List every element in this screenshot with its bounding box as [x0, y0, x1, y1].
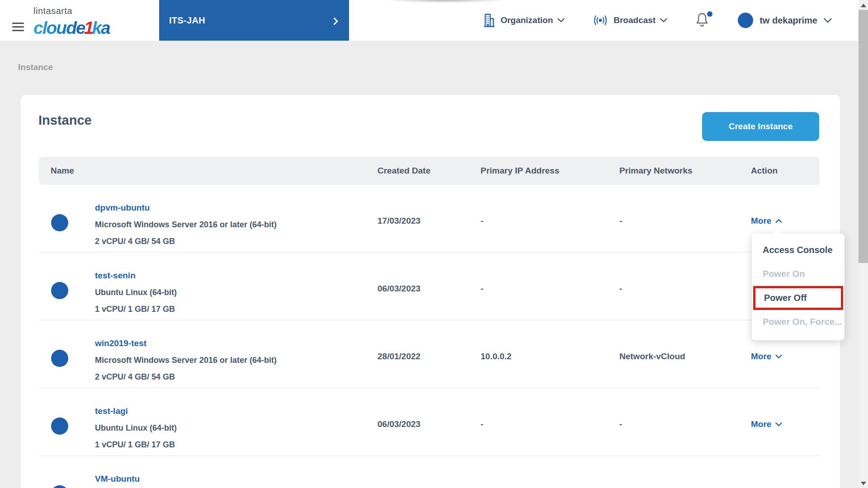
- broadcast-icon: [592, 14, 609, 27]
- vm-status-dot: [51, 418, 68, 435]
- chevron-down-icon: [660, 18, 667, 23]
- vm-specs-label: 1 vCPU/ 1 GB/ 17 GB: [95, 301, 177, 318]
- vm-specs-label: 2 vCPU/ 4 GB/ 54 GB: [95, 369, 277, 385]
- vm-status-dot: [51, 282, 68, 299]
- chevron-down-icon: [824, 18, 832, 23]
- broadcast-dropdown[interactable]: Broadcast: [592, 14, 667, 27]
- vm-name-link[interactable]: dpvm-ubuntu: [95, 199, 150, 216]
- top-header: lintasarta cloude1ka ITS-JAH Organizatio…: [0, 0, 868, 41]
- user-menu[interactable]: tw dekaprime: [738, 13, 832, 28]
- primary-network-cell: -: [619, 282, 622, 295]
- vm-os-label: Ubuntu Linux (64-bit): [95, 284, 177, 301]
- chevron-down-icon: [775, 422, 782, 427]
- table-row: test-lagi Ubuntu Linux (64-bit) 1 vCPU/ …: [39, 388, 820, 456]
- created-date-cell: 17/03/2023: [377, 215, 420, 227]
- column-header-networks: Primary Networks: [619, 166, 693, 176]
- organization-building-icon: [482, 12, 496, 28]
- vm-actions-menu: Access Console Power On Power Off Power …: [752, 234, 844, 340]
- vm-status-dot: [51, 214, 68, 231]
- primary-network-cell: -: [619, 215, 622, 227]
- primary-ip-cell: -: [481, 282, 483, 295]
- table-row: win2019-test Microsoft Windows Server 20…: [39, 320, 820, 388]
- table-header-row: Name Created Date Primary IP Address Pri…: [39, 157, 820, 185]
- logo-cloudeka-text: cloude1ka: [33, 19, 110, 37]
- broadcast-label: Broadcast: [613, 15, 656, 25]
- vm-name-link[interactable]: win2019-test: [95, 335, 146, 352]
- scroll-down-arrow-icon[interactable]: [861, 482, 866, 485]
- menu-item-power-off[interactable]: Power Off: [753, 286, 843, 310]
- instance-panel: Instance Create Instance Name Created Da…: [21, 95, 840, 488]
- more-actions-link[interactable]: More: [751, 215, 782, 227]
- primary-ip-cell: -: [481, 418, 483, 431]
- instance-table: Name Created Date Primary IP Address Pri…: [39, 157, 820, 488]
- vm-os-label: Ubuntu Linux (64-bit): [95, 420, 177, 436]
- project-name-label: ITS-JAH: [169, 15, 205, 26]
- more-actions-link[interactable]: More: [751, 350, 782, 363]
- chevron-down-icon: [775, 354, 782, 359]
- primary-network-cell: -: [619, 418, 622, 431]
- vm-name-link[interactable]: test-senin: [95, 267, 136, 284]
- organization-label: Organization: [500, 15, 553, 25]
- menu-item-access-console[interactable]: Access Console: [752, 238, 844, 262]
- menu-item-power-on-force: Power On, Force...: [752, 310, 844, 334]
- notification-badge-dot: [707, 11, 712, 17]
- organization-dropdown[interactable]: Organization: [482, 12, 565, 28]
- table-row: VM-ubuntu Ubuntu Linux (64-bit) 17/03/20…: [39, 456, 820, 488]
- table-row: test-senin Ubuntu Linux (64-bit) 1 vCPU/…: [39, 253, 820, 320]
- vm-os-label: Microsoft Windows Server 2016 or later (…: [95, 216, 277, 233]
- chevron-up-icon: [775, 219, 782, 223]
- more-actions-link[interactable]: More: [751, 418, 782, 431]
- screen-edge-shadow: [366, 0, 524, 4]
- menu-item-power-on: Power On: [752, 262, 844, 286]
- vm-specs-label: 1 vCPU/ 1 GB/ 17 GB: [95, 436, 177, 453]
- notifications-button[interactable]: [694, 11, 711, 29]
- vm-name-link[interactable]: VM-ubuntu: [95, 470, 140, 487]
- create-instance-button[interactable]: Create Instance: [702, 112, 819, 141]
- logo-lintasarta-text: lintasarta: [33, 6, 110, 15]
- column-header-ip: Primary IP Address: [481, 166, 559, 176]
- created-date-cell: 06/03/2023: [377, 418, 420, 431]
- project-selector-banner[interactable]: ITS-JAH: [159, 0, 349, 41]
- primary-network-cell: Network-vCloud: [619, 350, 685, 363]
- table-row: dpvm-ubuntu Microsoft Windows Server 201…: [39, 185, 820, 253]
- breadcrumb: Instance: [18, 62, 53, 72]
- column-header-name: Name: [51, 166, 74, 176]
- primary-ip-cell: 10.0.0.2: [481, 350, 512, 363]
- created-date-cell: 06/03/2023: [377, 282, 420, 295]
- scrollbar-thumb[interactable]: [859, 10, 868, 263]
- user-name: tw dekaprime: [760, 15, 817, 26]
- column-header-created: Created Date: [377, 166, 430, 176]
- user-avatar: [738, 13, 753, 28]
- vm-os-label: Microsoft Windows Server 2016 or later (…: [95, 352, 277, 369]
- vertical-scrollbar[interactable]: [859, 0, 868, 488]
- vm-name-link[interactable]: test-lagi: [95, 403, 128, 419]
- column-header-action: Action: [751, 166, 778, 176]
- chevron-right-icon: [334, 18, 338, 25]
- page-title: Instance: [38, 113, 92, 128]
- vm-status-dot: [51, 350, 68, 367]
- chevron-down-icon: [557, 18, 565, 23]
- vm-status-dot: [51, 485, 68, 488]
- hamburger-menu-icon[interactable]: [12, 23, 24, 32]
- vm-specs-label: 2 vCPU/ 4 GB/ 54 GB: [95, 233, 277, 250]
- scroll-up-arrow-icon[interactable]: [861, 4, 866, 7]
- more-actions-link[interactable]: More: [751, 486, 782, 488]
- created-date-cell: 28/01/2022: [377, 350, 420, 363]
- created-date-cell: 17/03/2023: [377, 486, 420, 488]
- cloudeka-logo: lintasarta cloude1ka: [33, 6, 110, 37]
- primary-ip-cell: -: [481, 215, 483, 227]
